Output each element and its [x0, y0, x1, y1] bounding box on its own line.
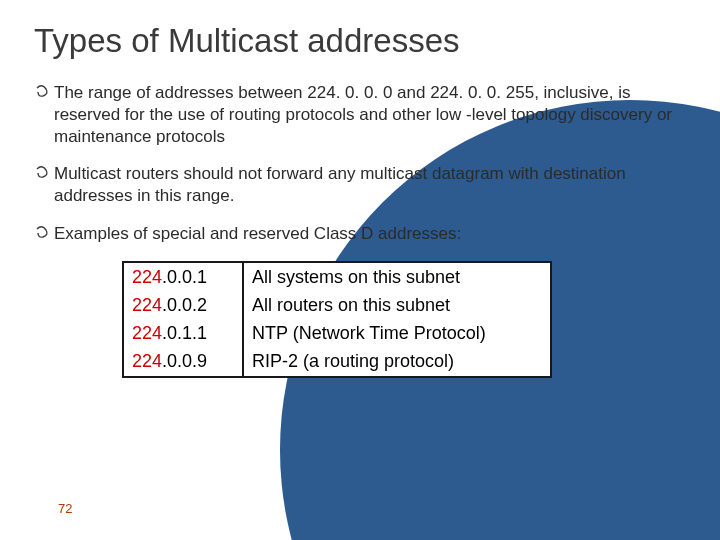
table-row: 224.0.0.9 RIP-2 (a routing protocol): [124, 347, 550, 375]
bullet-item: Multicast routers should not forward any…: [34, 163, 690, 207]
table-row: 224.0.0.2 All routers on this subnet: [124, 291, 550, 319]
description-cell: All systems on this subnet: [244, 263, 550, 291]
address-cell: 224.0.0.2: [124, 291, 242, 319]
table-row: 224.0.0.1 All systems on this subnet: [124, 263, 550, 291]
address-cell: 224.0.0.1: [124, 263, 242, 291]
bullet-text: Multicast routers should not forward any…: [54, 164, 626, 205]
slide-title: Types of Multicast addresses: [34, 22, 690, 60]
description-cell: NTP (Network Time Protocol): [244, 319, 550, 347]
bullet-text: The range of addresses between 224. 0. 0…: [54, 83, 672, 146]
address-table: 224.0.0.1 All systems on this subnet 224…: [122, 261, 552, 378]
bullet-item: Examples of special and reserved Class D…: [34, 223, 690, 245]
swirl-bullet-icon: [34, 165, 50, 181]
bullet-list: The range of addresses between 224. 0. 0…: [34, 82, 690, 245]
page-number: 72: [58, 501, 72, 516]
address-cell: 224.0.1.1: [124, 319, 242, 347]
description-cell: RIP-2 (a routing protocol): [244, 347, 550, 375]
description-cell: All routers on this subnet: [244, 291, 550, 319]
bullet-item: The range of addresses between 224. 0. 0…: [34, 82, 690, 147]
address-cell: 224.0.0.9: [124, 347, 242, 375]
slide: Types of Multicast addresses The range o…: [0, 0, 720, 540]
swirl-bullet-icon: [34, 225, 50, 241]
swirl-bullet-icon: [34, 84, 50, 100]
bullet-text: Examples of special and reserved Class D…: [54, 224, 461, 243]
table-row: 224.0.1.1 NTP (Network Time Protocol): [124, 319, 550, 347]
